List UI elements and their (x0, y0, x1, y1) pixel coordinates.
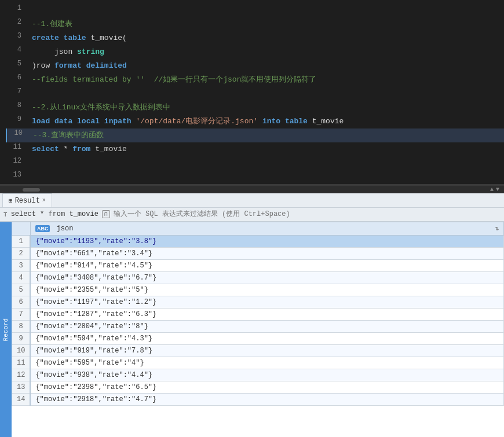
line-content[interactable]: select * from t_movie (26, 143, 504, 156)
results-table: ABC json ⇅ 1{"movie":"1193","rate":"3.8"… (12, 222, 504, 406)
json-cell: {"movie":"938","rate":"4.4"} (30, 369, 503, 381)
row-number: 8 (12, 320, 31, 332)
code-line: 3create table t_movie( (6, 31, 504, 45)
filter-icon: ⊓ (102, 210, 110, 218)
row-number: 7 (12, 308, 31, 320)
table-row[interactable]: 14{"movie":"2918","rate":"4.7"} (12, 393, 504, 405)
code-line: 13 (6, 170, 504, 184)
line-content[interactable] (26, 4, 504, 17)
results-tab-bar: ⊞ Result × (0, 193, 504, 208)
filter-button[interactable]: ⊓ (102, 210, 110, 218)
scroll-down-chevron[interactable]: ▼ (496, 186, 499, 193)
row-number: 6 (12, 296, 31, 308)
json-cell: {"movie":"2918","rate":"4.7"} (30, 393, 503, 405)
table-row[interactable]: 9{"movie":"594","rate":"4.3"} (12, 332, 504, 344)
table-row[interactable]: 13{"movie":"2398","rate":"6.5"} (12, 381, 504, 393)
json-cell: {"movie":"2804","rate":"8"} (30, 320, 503, 332)
line-content[interactable]: --3.查询表中的函数 (27, 129, 504, 142)
results-table-container[interactable]: ABC json ⇅ 1{"movie":"1193","rate":"3.8"… (12, 222, 504, 437)
line-number: 10 (7, 129, 27, 137)
code-line: 10--3.查询表中的函数 (6, 128, 504, 142)
line-content[interactable]: load data local inpath '/opt/data/电影评分记录… (26, 115, 504, 128)
code-line: 6--fields terminated by '' //如果一行只有一个jso… (6, 73, 504, 87)
horizontal-scrollbar[interactable]: ▲ ▼ (0, 185, 504, 193)
json-cell: {"movie":"2398","rate":"6.5"} (30, 381, 503, 393)
line-number: 1 (6, 4, 26, 12)
row-number: 9 (12, 332, 31, 344)
table-row[interactable]: 4{"movie":"3408","rate":"6.7"} (12, 271, 504, 284)
table-row[interactable]: 7{"movie":"1287","rate":"6.3"} (12, 308, 504, 320)
row-number: 1 (12, 235, 31, 247)
table-row[interactable]: 11{"movie":"595","rate":"4"} (12, 357, 504, 369)
code-line: 9load data local inpath '/opt/data/电影评分记… (6, 115, 504, 128)
query-icon: ⊤ (3, 211, 8, 218)
row-number: 2 (12, 247, 31, 259)
json-cell: {"movie":"1197","rate":"1.2"} (30, 296, 503, 308)
results-main: Record ABC json ⇅ 1{"movie":"1193","rate… (0, 222, 504, 437)
line-number: 11 (6, 143, 26, 151)
line-content[interactable]: )row format delimited (26, 60, 504, 72)
table-row[interactable]: 10{"movie":"919","rate":"7.8"} (12, 344, 504, 357)
json-cell: {"movie":"919","rate":"7.8"} (30, 344, 503, 357)
code-line: 11select * from t_movie (6, 142, 504, 156)
code-line: 5)row format delimited (6, 59, 504, 73)
json-cell: {"movie":"1287","rate":"6.3"} (30, 308, 503, 320)
table-row[interactable]: 6{"movie":"1197","rate":"1.2"} (12, 296, 504, 308)
json-cell: {"movie":"594","rate":"4.3"} (30, 332, 503, 344)
json-cell: {"movie":"1193","rate":"3.8"} (30, 235, 503, 247)
line-number: 5 (6, 60, 26, 68)
row-number: 13 (12, 381, 31, 393)
line-content[interactable] (26, 157, 504, 170)
row-number: 12 (12, 369, 31, 381)
line-content[interactable] (26, 171, 504, 183)
result-tab-icon: ⊞ (9, 197, 13, 204)
line-content[interactable]: json string (26, 46, 504, 58)
json-header-label: json (57, 225, 74, 233)
code-line: 12 (6, 156, 504, 170)
line-number: 12 (6, 157, 26, 165)
line-content[interactable]: --1.创建表 (26, 18, 504, 31)
line-content[interactable]: --fields terminated by '' //如果一行只有一个json… (26, 74, 504, 86)
row-number: 3 (12, 259, 31, 271)
table-row[interactable]: 3{"movie":"914","rate":"4.5"} (12, 259, 504, 271)
table-row[interactable]: 12{"movie":"938","rate":"4.4"} (12, 369, 504, 381)
line-content[interactable]: create table t_movie( (26, 32, 504, 45)
record-bar: Record (0, 222, 12, 437)
line-number: 6 (6, 74, 26, 82)
table-row[interactable]: 1{"movie":"1193","rate":"3.8"} (12, 235, 504, 247)
row-number: 4 (12, 271, 31, 284)
code-editor[interactable]: 1 2--1.创建表3create table t_movie(4 json s… (0, 0, 504, 185)
line-number: 8 (6, 101, 26, 109)
row-number: 11 (12, 357, 31, 369)
json-cell: {"movie":"914","rate":"4.5"} (30, 259, 503, 271)
sort-icon[interactable]: ⇅ (495, 225, 499, 232)
table-row[interactable]: 8{"movie":"2804","rate":"8"} (12, 320, 504, 332)
code-line: 2--1.创建表 (6, 17, 504, 31)
row-num-header (12, 222, 31, 235)
line-number: 3 (6, 32, 26, 40)
filter-input[interactable] (114, 210, 501, 218)
code-line: 8--2.从Linux文件系统中导入数据到表中 (6, 101, 504, 115)
json-cell: {"movie":"661","rate":"3.4"} (30, 247, 503, 259)
result-tab-label: Result (15, 197, 40, 205)
code-line: 7 (6, 87, 504, 101)
scroll-up-chevron[interactable]: ▲ (490, 186, 494, 193)
table-row[interactable]: 5{"movie":"2355","rate":"5"} (12, 284, 504, 296)
row-number: 14 (12, 393, 31, 405)
line-content[interactable] (26, 87, 504, 100)
line-number: 9 (6, 115, 26, 123)
abc-icon: ABC (35, 225, 50, 232)
result-tab-close[interactable]: × (42, 197, 46, 204)
line-number: 2 (6, 18, 26, 26)
line-number: 13 (6, 171, 26, 179)
row-number: 5 (12, 284, 31, 296)
table-row[interactable]: 2{"movie":"661","rate":"3.4"} (12, 247, 504, 259)
line-number: 7 (6, 87, 26, 96)
line-content[interactable]: --2.从Linux文件系统中导入数据到表中 (26, 101, 504, 114)
results-panel: ⊞ Result × ⊤ select * from t_movie ⊓ Rec… (0, 193, 504, 437)
query-text: select * from t_movie (11, 210, 98, 218)
row-number: 10 (12, 344, 31, 357)
result-tab[interactable]: ⊞ Result × (2, 193, 52, 207)
line-number: 4 (6, 46, 26, 54)
json-cell: {"movie":"2355","rate":"5"} (30, 284, 503, 296)
